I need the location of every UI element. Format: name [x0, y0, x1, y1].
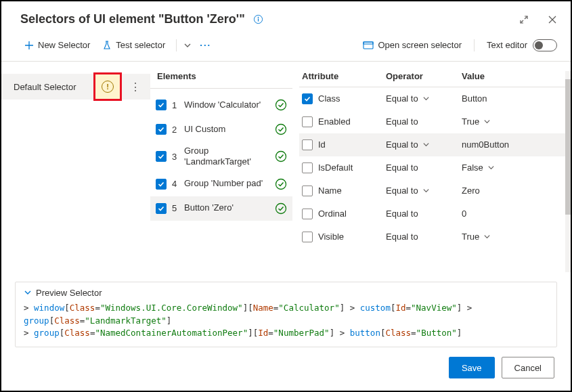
element-row[interactable]: 2UI Custom — [150, 117, 292, 141]
save-button[interactable]: Save — [449, 357, 495, 378]
operator-value: Equal to — [386, 209, 418, 219]
operator-cell[interactable]: Equal to — [386, 162, 462, 173]
element-checkbox[interactable] — [156, 203, 167, 214]
value-cell[interactable]: Zero — [462, 186, 565, 196]
attribute-name: Class — [318, 93, 340, 104]
attribute-row[interactable]: IsDefaultEqual toFalse — [299, 156, 565, 179]
operator-value: Equal to — [386, 116, 418, 127]
expand-icon[interactable] — [519, 15, 529, 24]
svg-point-5 — [276, 100, 286, 110]
dropdown-icon[interactable] — [183, 41, 192, 49]
text-editor-toggle-group: Text editor — [487, 39, 557, 51]
attribute-row[interactable]: IdEqual tonum0Button — [299, 133, 565, 156]
element-label: Group 'Number pad' — [184, 178, 269, 189]
new-selector-label: New Selector — [38, 40, 90, 50]
attribute-value: Zero — [462, 186, 480, 196]
scrollbar[interactable] — [565, 71, 571, 272]
text-editor-label: Text editor — [487, 40, 527, 50]
test-selector-button[interactable]: Test selector — [98, 37, 169, 53]
element-row[interactable]: 3Group 'LandmarkTarget' — [150, 141, 292, 172]
value-cell[interactable]: num0Button — [462, 139, 565, 150]
preview-code: > window[Class="Windows.UI.Core.CoreWind… — [24, 302, 548, 340]
svg-point-7 — [276, 152, 286, 162]
value-cell[interactable]: False — [462, 162, 565, 173]
test-selector-label: Test selector — [116, 40, 165, 50]
attribute-row[interactable]: OrdinalEqual to0 — [299, 202, 565, 225]
element-checkbox[interactable] — [156, 179, 167, 190]
attribute-row[interactable]: EnabledEqual toTrue — [299, 110, 565, 133]
dialog-body: Default Selector ! ⋮ Elements 1Window 'C… — [1, 62, 571, 278]
attribute-value: 0 — [462, 209, 466, 219]
element-checkbox[interactable] — [156, 151, 167, 162]
flask-icon — [102, 41, 112, 50]
preview-toggle[interactable]: Preview Selector — [24, 288, 548, 298]
dialog-header: Selectors of UI element "Button 'Zero'" — [1, 1, 571, 33]
toolbar-divider — [176, 39, 177, 51]
attribute-checkbox[interactable] — [302, 162, 313, 173]
attribute-name: IsDefault — [318, 162, 353, 173]
value-cell[interactable]: True — [462, 116, 565, 127]
elements-panel: Elements 1Window 'Calculator'2UI Custom3… — [150, 62, 292, 278]
attribute-value: Button — [462, 93, 487, 104]
svg-point-9 — [276, 203, 286, 213]
text-editor-toggle[interactable] — [533, 39, 557, 51]
preview-title-label: Preview Selector — [36, 288, 102, 298]
close-icon[interactable] — [548, 15, 557, 24]
attribute-checkbox[interactable] — [302, 139, 313, 150]
plus-icon — [24, 41, 34, 50]
attribute-checkbox[interactable] — [302, 116, 313, 127]
col-operator: Operator — [386, 71, 462, 81]
new-selector-button[interactable]: New Selector — [20, 37, 94, 53]
element-checkbox[interactable] — [156, 124, 167, 135]
attribute-value: True — [462, 116, 479, 127]
open-screen-selector-button[interactable]: Open screen selector — [363, 40, 462, 50]
chevron-down-icon — [422, 141, 430, 148]
attribute-row[interactable]: VisibleEqual toTrue — [299, 225, 565, 248]
operator-cell[interactable]: Equal to — [386, 209, 462, 219]
attribute-checkbox[interactable] — [302, 232, 313, 242]
info-icon[interactable] — [253, 14, 263, 24]
warning-icon: ! — [102, 81, 114, 93]
check-ok-icon — [275, 150, 287, 162]
svg-point-6 — [276, 125, 286, 135]
operator-cell[interactable]: Equal to — [386, 186, 462, 196]
chevron-down-icon — [24, 288, 32, 297]
attribute-row[interactable]: NameEqual toZero — [299, 179, 565, 202]
operator-cell[interactable]: Equal to — [386, 93, 462, 104]
value-cell[interactable]: Button — [462, 93, 565, 104]
attribute-value: num0Button — [462, 139, 509, 150]
chevron-down-icon — [483, 233, 491, 240]
scroll-thumb[interactable] — [565, 79, 571, 215]
attribute-checkbox[interactable] — [302, 209, 313, 219]
chevron-down-icon — [422, 187, 430, 194]
attribute-value: False — [462, 162, 483, 173]
svg-rect-3 — [364, 42, 373, 49]
screen-icon — [363, 41, 374, 50]
attributes-panel: Attribute Operator Value ClassEqual toBu… — [292, 62, 571, 278]
open-screen-label: Open screen selector — [378, 40, 462, 50]
operator-cell[interactable]: Equal to — [386, 116, 462, 127]
attribute-checkbox[interactable] — [302, 93, 313, 104]
operator-cell[interactable]: Equal to — [386, 232, 462, 242]
selector-item-more-icon[interactable]: ⋮ — [126, 81, 145, 93]
attributes-header: Attribute Operator Value — [299, 71, 565, 87]
value-cell[interactable]: 0 — [462, 209, 565, 219]
element-row[interactable]: 4Group 'Number pad' — [150, 172, 292, 196]
svg-point-1 — [257, 17, 259, 18]
operator-cell[interactable]: Equal to — [386, 139, 462, 150]
attribute-row[interactable]: ClassEqual toButton — [299, 87, 565, 110]
element-index: 4 — [172, 179, 179, 189]
check-ok-icon — [275, 123, 287, 135]
element-row[interactable]: 1Window 'Calculator' — [150, 93, 292, 117]
operator-value: Equal to — [386, 232, 418, 242]
attribute-value: True — [462, 232, 479, 242]
element-row[interactable]: 5Button 'Zero' — [150, 196, 292, 221]
selector-item[interactable]: Default Selector ! ⋮ — [1, 74, 150, 100]
cancel-button[interactable]: Cancel — [502, 357, 554, 378]
element-checkbox[interactable] — [156, 100, 167, 110]
attribute-checkbox[interactable] — [302, 186, 313, 196]
more-icon[interactable]: ··· — [196, 40, 215, 50]
element-index: 5 — [172, 203, 179, 213]
value-cell[interactable]: True — [462, 232, 565, 242]
dialog-footer: Save Cancel — [1, 347, 571, 391]
